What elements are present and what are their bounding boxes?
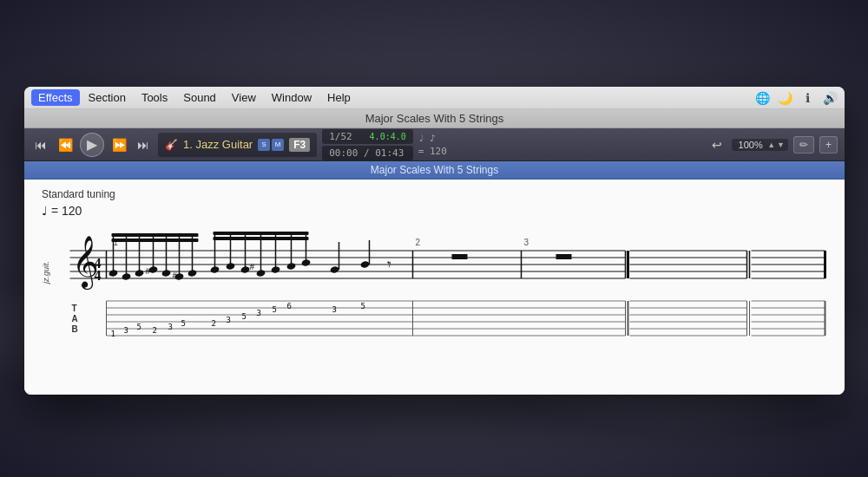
svg-point-29: [108, 269, 118, 277]
svg-point-57: [360, 260, 370, 268]
svg-text:T: T: [72, 304, 77, 313]
svg-text:5: 5: [273, 305, 277, 314]
svg-point-50: [256, 269, 266, 277]
svg-point-35: [187, 269, 197, 277]
svg-text:2: 2: [153, 326, 157, 335]
window-title: Major Scales With 5 Strings: [365, 112, 504, 125]
tempo-marking: ♩ = 120: [42, 204, 827, 218]
guitar-icon: 🎸: [165, 139, 178, 151]
time-total: 01:43: [375, 147, 404, 159]
svg-rect-38: [214, 232, 309, 235]
svg-point-47: [210, 265, 220, 273]
pencil-button[interactable]: ✏: [793, 136, 814, 154]
menu-tools[interactable]: Tools: [135, 89, 174, 106]
svg-point-31: [135, 269, 144, 277]
tempo-display: = 120: [418, 146, 447, 157]
svg-text:3: 3: [332, 305, 337, 314]
plus-icon: +: [825, 139, 832, 151]
svg-text:1: 1: [111, 330, 115, 338]
track-name: 1. Jazz Guitar: [183, 138, 253, 151]
track-badge-2: M: [272, 139, 284, 151]
menu-sound[interactable]: Sound: [176, 89, 223, 106]
track-icons: S M: [258, 139, 284, 151]
svg-text:3: 3: [124, 326, 128, 335]
svg-text:5: 5: [242, 312, 247, 321]
svg-text:4: 4: [95, 268, 102, 283]
menu-bar: Effects Section Tools Sound View Window …: [24, 87, 845, 109]
time-current: 00:00: [329, 147, 358, 159]
track-badge-1: S: [258, 139, 270, 151]
svg-text:#: #: [146, 265, 151, 276]
instrument-label: jz.guit.: [42, 251, 50, 294]
svg-rect-65: [556, 254, 572, 259]
zoom-control: 100% ▲ ▼: [732, 139, 788, 151]
skip-forward-button[interactable]: ⏭: [134, 135, 153, 154]
svg-point-30: [122, 272, 131, 280]
svg-text:5: 5: [361, 302, 365, 310]
svg-text:3: 3: [257, 309, 261, 317]
section-title-bar: Major Scales With 5 Strings: [24, 161, 845, 180]
svg-point-52: [286, 262, 296, 270]
pencil-icon: ✏: [799, 139, 808, 151]
svg-point-33: [161, 269, 171, 277]
play-button[interactable]: ▶: [80, 133, 104, 157]
svg-text:#: #: [173, 270, 178, 280]
svg-text:5: 5: [181, 319, 186, 328]
svg-point-55: [330, 265, 339, 273]
position-green: 4.0:4.0: [370, 132, 406, 141]
svg-text:5: 5: [137, 323, 141, 331]
menu-help[interactable]: Help: [320, 89, 358, 106]
track-number: 1/52: [329, 131, 352, 142]
svg-text:A: A: [72, 314, 78, 323]
svg-point-49: [240, 265, 250, 273]
svg-rect-20: [112, 233, 199, 237]
note-icon: ♩ ♪: [418, 133, 447, 144]
score-area: Standard tuning ♩ = 120 jz.guit.: [24, 180, 845, 395]
svg-text:B: B: [72, 324, 78, 334]
skip-back-button[interactable]: ⏮: [31, 135, 50, 154]
menu-window[interactable]: Window: [265, 89, 319, 106]
zoom-value: 100%: [735, 140, 766, 150]
add-button[interactable]: +: [819, 136, 838, 154]
tuning-label: Standard tuning: [42, 188, 827, 200]
staff-container: jz.guit.: [42, 225, 827, 395]
info-icon[interactable]: ℹ: [799, 90, 815, 106]
svg-text:#: #: [250, 261, 255, 271]
track-info: 🎸 1. Jazz Guitar S M F3: [158, 133, 317, 157]
volume-icon[interactable]: 🔊: [822, 90, 838, 106]
fast-forward-button[interactable]: ⏩: [109, 135, 128, 154]
svg-point-48: [226, 262, 235, 270]
svg-rect-21: [112, 238, 199, 242]
svg-text:3: 3: [168, 323, 173, 331]
time-separator: /: [364, 147, 375, 159]
svg-rect-62: [452, 254, 468, 259]
svg-text:6: 6: [287, 302, 292, 310]
zoom-up-arrow[interactable]: ▲: [767, 140, 775, 149]
zoom-down-arrow[interactable]: ▼: [777, 140, 785, 149]
f3-badge: F3: [289, 138, 310, 152]
app-window: Effects Section Tools Sound View Window …: [24, 87, 845, 395]
svg-text:2: 2: [416, 238, 421, 247]
menu-effects[interactable]: Effects: [31, 89, 80, 106]
time-display: 00:00 / 01:43: [322, 146, 413, 160]
svg-point-53: [301, 258, 311, 266]
menu-view[interactable]: View: [225, 89, 263, 106]
svg-point-51: [271, 265, 280, 273]
music-staff: 𝄞 4 4 1: [68, 225, 827, 395]
undo-button[interactable]: ↩: [707, 135, 727, 154]
track-position: 1/52 4.0:4.0: [322, 129, 413, 144]
section-title-text: Major Scales With 5 Strings: [371, 164, 498, 176]
globe-icon[interactable]: 🌐: [754, 90, 770, 106]
svg-text:3: 3: [524, 238, 529, 247]
staff-svg-container: 𝄞 4 4 1: [68, 225, 827, 395]
menu-section[interactable]: Section: [82, 89, 133, 106]
svg-text:3: 3: [227, 316, 231, 324]
transport-bar: ⏮ ⏪ ▶ ⏩ ⏭ 🎸 1. Jazz Guitar S M F3 1/52 4…: [24, 128, 845, 161]
moon-icon[interactable]: 🌙: [777, 90, 792, 106]
title-bar: Major Scales With 5 Strings: [24, 109, 845, 128]
menu-right-icons: 🌐 🌙 ℹ 🔊: [754, 90, 838, 106]
svg-text:2: 2: [212, 319, 216, 328]
rewind-button[interactable]: ⏪: [56, 135, 75, 154]
